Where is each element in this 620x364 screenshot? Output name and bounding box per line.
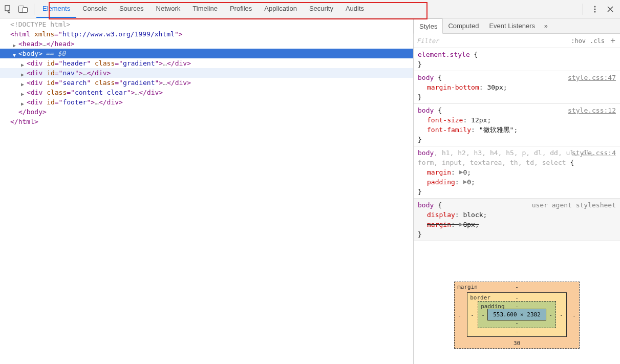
bm-border-right: - bbox=[560, 311, 563, 318]
bm-padding-left: - bbox=[481, 311, 485, 318]
css-rule[interactable]: style.css:47body {margin-bottom: 30px;} bbox=[414, 71, 620, 104]
dom-node[interactable]: ▶<div id="search" class="gradient">…</di… bbox=[0, 78, 413, 88]
dom-node[interactable]: </html> bbox=[0, 117, 413, 126]
dom-node[interactable]: ▶<div id="footer">…</div> bbox=[0, 97, 413, 107]
rule-source: user agent stylesheet bbox=[532, 200, 616, 210]
main-area: <!DOCTYPE html><html xmlns="http://www.w… bbox=[0, 18, 620, 364]
hov-toggle[interactable]: :hov bbox=[571, 37, 586, 45]
styles-tab-styles[interactable]: Styles bbox=[414, 18, 443, 34]
elements-pane[interactable]: <!DOCTYPE html><html xmlns="http://www.w… bbox=[0, 18, 414, 364]
styles-pane-tabs: StylesComputedEvent Listeners » bbox=[414, 18, 620, 34]
bm-border-label: border bbox=[470, 294, 490, 301]
bm-border-bottom: - bbox=[515, 328, 519, 335]
rule-source[interactable]: style.css:47 bbox=[568, 73, 616, 82]
dom-node[interactable]: ▶<head>…</head> bbox=[0, 39, 413, 49]
styles-filter-bar: Filter :hov .cls ＋ bbox=[414, 34, 620, 48]
bm-margin-left: - bbox=[458, 312, 461, 318]
bm-padding-top: - bbox=[515, 303, 519, 310]
bm-margin-right: - bbox=[572, 312, 576, 318]
toolbar-left bbox=[0, 0, 32, 18]
box-model: margin - - - 30 border - - - - padding - bbox=[414, 271, 620, 364]
filter-input[interactable]: Filter bbox=[417, 37, 567, 45]
tab-audits[interactable]: Audits bbox=[339, 0, 370, 18]
styles-pane: StylesComputedEvent Listeners » Filter :… bbox=[414, 18, 620, 364]
tab-elements[interactable]: Elements bbox=[36, 0, 76, 18]
toolbar-separator bbox=[34, 4, 34, 15]
toolbar-right bbox=[585, 0, 620, 18]
styles-tab-computed[interactable]: Computed bbox=[443, 18, 484, 34]
dom-node[interactable]: ▶<div id="header" class="gradient">…</di… bbox=[0, 58, 413, 68]
dom-node[interactable]: </body> bbox=[0, 107, 413, 117]
box-model-margin[interactable]: margin - - - 30 border - - - - padding - bbox=[454, 282, 580, 349]
toolbar-separator bbox=[583, 4, 583, 15]
new-rule-icon[interactable]: ＋ bbox=[609, 35, 617, 46]
css-rule[interactable]: style.css:12body {font-size: 12px;font-f… bbox=[414, 104, 620, 146]
box-model-border[interactable]: border - - - - padding - - - - 553.600 ×… bbox=[467, 292, 567, 337]
bm-padding-label: padding bbox=[481, 303, 504, 310]
rule-source[interactable]: style.css:12 bbox=[568, 105, 616, 115]
css-rule[interactable]: user agent stylesheetbody {display: bloc… bbox=[414, 199, 620, 241]
bm-padding-bottom: - bbox=[515, 319, 519, 326]
more-tabs-icon[interactable]: » bbox=[540, 23, 552, 30]
tab-profiles[interactable]: Profiles bbox=[224, 0, 258, 18]
cls-toggle[interactable]: .cls bbox=[590, 37, 605, 45]
svg-point-2 bbox=[594, 6, 596, 7]
tab-network[interactable]: Network bbox=[150, 0, 187, 18]
device-toolbar-icon[interactable] bbox=[17, 4, 29, 15]
more-menu-icon[interactable] bbox=[590, 4, 600, 15]
styles-tab-event-listeners[interactable]: Event Listeners bbox=[484, 18, 540, 34]
css-rule[interactable]: element.style {} bbox=[414, 48, 620, 71]
tab-security[interactable]: Security bbox=[303, 0, 339, 18]
bm-border-left: - bbox=[471, 311, 474, 318]
styles-rules[interactable]: element.style {}style.css:47body {margin… bbox=[414, 48, 620, 271]
devtools-toolbar: ElementsConsoleSourcesNetworkTimelinePro… bbox=[0, 0, 620, 18]
tab-timeline[interactable]: Timeline bbox=[186, 0, 224, 18]
dom-node[interactable]: <html xmlns="http://www.w3.org/1999/xhtm… bbox=[0, 29, 413, 39]
svg-point-3 bbox=[594, 8, 596, 10]
dom-node[interactable]: ▶<div class="content clear">…</div> bbox=[0, 88, 413, 97]
tab-application[interactable]: Application bbox=[258, 0, 303, 18]
tab-sources[interactable]: Sources bbox=[113, 0, 150, 18]
box-model-content[interactable]: 553.600 × 2382 bbox=[487, 309, 546, 320]
close-icon[interactable] bbox=[606, 4, 615, 15]
bm-margin-label: margin bbox=[457, 284, 478, 290]
bm-margin-top: - bbox=[515, 284, 519, 290]
dom-node[interactable]: ▶<div id="nav">…</div> bbox=[0, 68, 413, 78]
tab-console[interactable]: Console bbox=[76, 0, 113, 18]
dom-node[interactable]: <!DOCTYPE html> bbox=[0, 19, 413, 29]
main-tabs: ElementsConsoleSourcesNetworkTimelinePro… bbox=[36, 0, 581, 18]
css-rule[interactable]: style.css:4body, h1, h2, h3, h4, h5, p, … bbox=[414, 146, 620, 199]
svg-rect-1 bbox=[23, 7, 28, 12]
svg-point-4 bbox=[594, 11, 596, 12]
dom-node[interactable]: ▼<body>== $0 bbox=[0, 49, 413, 58]
bm-border-top: - bbox=[515, 294, 519, 301]
box-model-padding[interactable]: padding - - - - 553.600 × 2382 bbox=[478, 301, 556, 328]
dom-tree[interactable]: <!DOCTYPE html><html xmlns="http://www.w… bbox=[0, 18, 413, 127]
rule-source[interactable]: style.css:4 bbox=[572, 148, 616, 158]
bm-margin-bottom: 30 bbox=[514, 340, 520, 347]
inspect-element-icon[interactable] bbox=[3, 4, 14, 15]
bm-padding-right: - bbox=[549, 311, 552, 318]
